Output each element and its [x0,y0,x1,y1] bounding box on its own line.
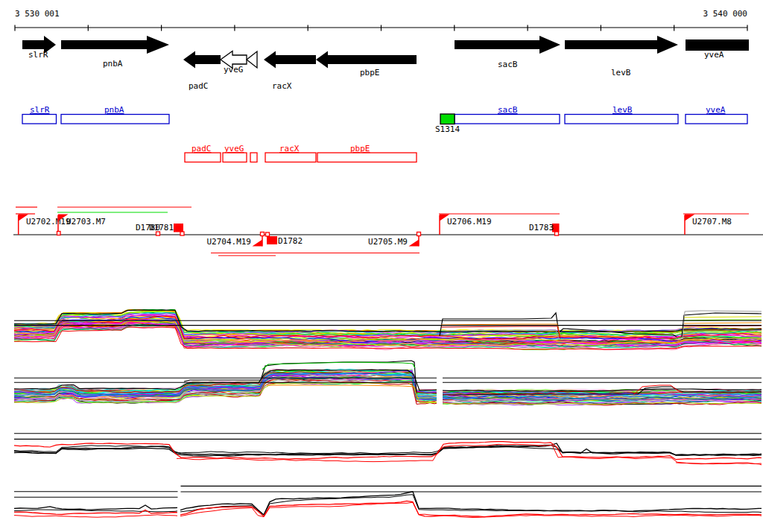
gene-arrow-racX[interactable] [264,51,316,69]
ruler [15,25,747,31]
annotation-box-red-padC[interactable] [185,153,221,162]
down-shift-box-D1782[interactable] [267,236,277,244]
gene-arrowhead-orf-head[interactable] [247,51,257,68]
gene-arrow-pnbA[interactable] [61,36,169,54]
gene-label-yveG: yveG [224,65,244,75]
gene-arrow-levB[interactable] [565,36,678,54]
gene-label-pnbA: pnbA [103,59,123,69]
profile-line [14,515,177,517]
expression-track-3 [14,434,762,465]
profile-line [684,323,762,323]
annotation-track-blue: slrRpnbAsacBlevByveAS1314 [22,105,747,134]
annotation-link-racX[interactable]: racX [279,144,300,153]
profile-line [267,385,417,398]
annotation-link-yveG[interactable]: yveG [224,144,244,153]
flag-label-U2704.M19[interactable]: U2704.M19 [206,237,251,247]
transcription-signal-track: U2702.M19U2703.M7U2706.M19U2707.M8U2704.… [13,207,763,256]
annotation-box-yveA[interactable] [686,115,747,124]
shift-marker-D1783 [555,232,559,235]
gene-arrow-pbpE[interactable] [316,51,417,69]
gene-label-levB: levB [611,68,631,77]
gene-label-sacB: sacB [498,60,518,69]
annotation-box-red-racX[interactable] [265,153,316,162]
expression-track-4 [14,486,762,517]
annotation-link-slrR[interactable]: slrR [30,105,50,115]
annotation-link-sacB[interactable]: sacB [498,105,518,115]
annotation-box-red-small[interactable] [250,153,257,162]
annotation-link-pnbA[interactable]: pnbA [104,105,124,115]
gene-label-padC: padC [189,81,209,91]
annotation-link-pbpE[interactable]: pbpE [350,144,370,153]
gene-arrow-sacB[interactable] [455,36,560,54]
down-shift-flag-U2704.M19[interactable] [253,240,263,247]
flag-label-U2707.M8[interactable]: U2707.M8 [692,217,732,227]
annotation-box-pnbA[interactable] [61,115,169,124]
annotation-box-sacB[interactable] [455,115,560,124]
segment-label-S1314: S1314 [435,124,460,134]
flag-label-U2705.M9[interactable]: U2705.M9 [368,237,408,247]
annotation-box-red-pbpE[interactable] [317,153,417,162]
profile-line [180,495,762,515]
flag-label-U2702.M19[interactable]: U2702.M19 [26,217,71,227]
gene-label-slrR: slrR [28,50,48,60]
shift-marker-D1781 [180,232,184,235]
annotation-box-red-yveG[interactable] [223,153,247,162]
ruler-start-coordinate: 3 530 001 [15,9,60,19]
flag-label-U2703.M7[interactable]: U2703.M7 [66,217,106,227]
flag-marker-U2703.M7 [57,232,61,235]
gene-label-racX: racX [272,81,292,91]
annotation-box-levB[interactable] [565,115,678,124]
flag-marker-U2705.M9 [417,232,421,236]
gene-arrow-yveA[interactable] [686,39,749,51]
profile-line [14,505,177,510]
flag-marker-U2704.M19 [261,232,265,236]
shift-label-D1782[interactable]: D1782 [278,236,303,246]
profile-line [14,442,762,460]
shift-label-D1783[interactable]: D1783 [529,223,554,232]
annotation-link-padC[interactable]: padC [191,144,212,153]
shift-label-D1781[interactable]: D1781 [149,223,174,232]
expression-track-2 [14,361,762,405]
gene-label-yveA: yveA [704,50,724,60]
gene-arrow-track: slrRpnbAsacBlevByveApadCyveGracXpbpE [22,36,749,91]
gene-arrow-padC[interactable] [183,51,221,69]
segment-box-S1314[interactable] [440,114,455,124]
profile-line [684,317,762,317]
annotation-box-slrR[interactable] [22,115,57,124]
annotation-link-yveA[interactable]: yveA [706,105,726,115]
gene-label-pbpE: pbpE [360,68,380,77]
annotation-link-levB[interactable]: levB [612,105,633,115]
annotation-track-red: padCyveGracXpbpE [185,144,417,162]
shift-marker-D1782 [266,232,270,236]
down-shift-flag-U2705.M9[interactable] [409,240,420,247]
browser-canvas: slrRpnbAsacBlevByveApadCyveGracXpbpEslrR… [0,0,763,532]
genome-browser: 3 530 001 3 540 000 slrRpnbAsacBlevByveA… [0,0,763,532]
expression-track-1 [14,310,762,350]
flag-label-U2706.M19[interactable]: U2706.M19 [447,217,492,227]
profile-line [14,445,762,456]
ruler-end-coordinate: 3 540 000 [703,9,747,19]
down-shift-box-D1781[interactable] [174,224,183,232]
